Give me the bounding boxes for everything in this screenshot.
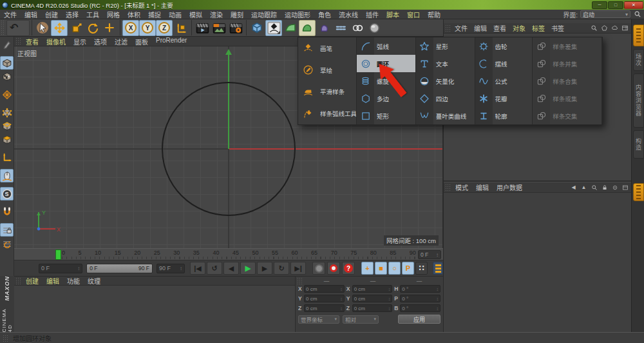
move-tool[interactable] <box>51 20 68 36</box>
timeline-scrollbar[interactable]: 0 F 90 F <box>86 264 153 273</box>
menu-item-7[interactable]: 捕捉 <box>144 10 165 19</box>
end-frame-field[interactable]: 90 F ↕ <box>156 264 185 273</box>
spline-item-轮廓[interactable]: 轮廓 <box>475 107 533 124</box>
key-position-button[interactable]: + <box>361 262 374 275</box>
menu-item-2[interactable]: 创建 <box>41 10 62 19</box>
spline-item-星形[interactable]: 星形 <box>416 37 475 55</box>
spline-item-花瓣[interactable]: 花瓣 <box>475 90 533 107</box>
object-menu-3[interactable]: 对象 <box>509 23 529 33</box>
live-selection-tool[interactable] <box>34 20 51 36</box>
viewport-menu-4[interactable]: 过滤 <box>111 37 131 46</box>
spline-item-四边[interactable]: 四边 <box>416 90 475 107</box>
maximize-button[interactable]: □ <box>608 1 623 9</box>
menu-item-16[interactable]: 插件 <box>362 10 383 19</box>
spinner-icon[interactable]: ↕ <box>180 266 182 271</box>
attribute-menu-2[interactable]: 用户数据 <box>493 182 526 192</box>
search-icon[interactable] <box>590 24 598 32</box>
edges-mode-button[interactable] <box>0 119 14 133</box>
object-menu-5[interactable]: 书签 <box>548 23 567 33</box>
primitive-cube-button[interactable] <box>249 20 265 36</box>
view-label[interactable]: 正视图 <box>17 48 37 58</box>
spline-item-文本[interactable]: 文本 <box>416 55 475 72</box>
spline-item-矩形[interactable]: 矩形 <box>357 107 415 124</box>
key-rotation-button[interactable]: ○ <box>388 262 401 275</box>
material-menu-0[interactable]: 创建 <box>22 276 43 286</box>
next-frame-button[interactable]: ▶ <box>257 262 272 275</box>
undo-button[interactable]: ↶ <box>6 20 30 36</box>
play-backward-button[interactable]: ↺ <box>207 262 222 275</box>
menu-item-17[interactable]: 脚本 <box>383 10 403 19</box>
current-frame-field[interactable]: 0 F ↕ <box>39 264 82 273</box>
render-view-button[interactable] <box>194 20 211 36</box>
lock-y-button[interactable]: Y <box>139 20 156 36</box>
model-mode-button[interactable] <box>0 56 14 70</box>
autokey-button[interactable] <box>327 262 340 275</box>
filter-icon[interactable] <box>611 24 619 32</box>
play-button[interactable]: ▶ <box>240 262 256 275</box>
coordinate-field[interactable]: 0 cm↕ <box>304 304 345 312</box>
texture-mode-button[interactable] <box>0 70 14 83</box>
menu-item-9[interactable]: 模拟 <box>185 10 206 19</box>
apply-button[interactable]: 应用 <box>398 315 440 324</box>
toolbar-grip[interactable] <box>1 20 5 35</box>
side-tab-2[interactable]: 构造 <box>633 130 644 159</box>
coordinate-field[interactable]: 0 cm↕ <box>352 295 393 302</box>
spinner-icon[interactable]: ↕ <box>77 266 80 271</box>
polygons-mode-button[interactable] <box>0 133 14 146</box>
spline-item-蔓叶类曲线[interactable]: 蔓叶类曲线 <box>416 107 475 124</box>
object-menu-2[interactable]: 查看 <box>490 23 509 33</box>
material-menu-2[interactable]: 功能 <box>63 276 84 286</box>
menu-item-5[interactable]: 网格 <box>103 10 124 19</box>
menu-item-18[interactable]: 窗口 <box>403 10 424 19</box>
target-icon[interactable] <box>611 183 619 191</box>
convert-tool-button[interactable] <box>0 38 14 52</box>
spline-item-齿轮[interactable]: 齿轮 <box>475 37 533 55</box>
last-used-tool[interactable] <box>101 20 118 36</box>
viewport-menu-3[interactable]: 选项 <box>90 37 111 46</box>
menu-item-13[interactable]: 运动图形 <box>281 10 314 19</box>
snap-button[interactable]: S <box>0 187 14 201</box>
rotate-workplane-button[interactable] <box>0 237 14 250</box>
coordinate-field[interactable]: 0 °↕ <box>400 304 440 312</box>
search-icon[interactable] <box>590 183 598 191</box>
rotate-tool[interactable] <box>84 20 101 36</box>
history-back-icon[interactable]: ◀ <box>569 183 578 191</box>
close-button[interactable]: ✕ <box>624 1 643 9</box>
key-scale-button[interactable]: ■ <box>375 262 387 275</box>
keyframe-stack-button[interactable] <box>433 262 443 275</box>
menu-item-11[interactable]: 雕刻 <box>227 10 247 19</box>
scale-tool[interactable] <box>68 20 84 36</box>
coordinate-field[interactable]: 0 °↕ <box>400 295 440 302</box>
object-menu-4[interactable]: 标签 <box>529 23 548 33</box>
lock-icon[interactable] <box>600 183 609 191</box>
goto-start-button[interactable]: |◀ <box>190 262 205 275</box>
generator-button[interactable] <box>282 20 299 36</box>
menu-item-19[interactable]: 帮助 <box>424 10 444 19</box>
points-mode-button[interactable] <box>0 106 14 119</box>
side-tab-1[interactable]: 内容浏览器 <box>633 74 644 128</box>
menu-item-1[interactable]: 编辑 <box>21 10 41 19</box>
render-settings-button[interactable] <box>227 20 244 36</box>
coordinate-field[interactable]: 0 cm↕ <box>352 304 393 312</box>
side-tab-0[interactable]: 场次 <box>633 49 644 71</box>
material-menu-grip[interactable] <box>15 277 21 285</box>
play-forward-button[interactable]: ↻ <box>274 262 289 275</box>
frame-field[interactable]: 0 F ↕ <box>418 250 441 259</box>
viewport-menu-grip[interactable] <box>15 37 21 45</box>
menu-item-3[interactable]: 选择 <box>62 10 82 19</box>
coordinate-field[interactable]: 0 °↕ <box>400 285 440 293</box>
material-menu-3[interactable]: 纹理 <box>84 276 104 286</box>
spline-tool-3[interactable]: 样条弧线工具 <box>298 103 356 124</box>
spinner-icon[interactable]: ↕ <box>436 252 439 258</box>
viewport-menu-6[interactable]: ProRender <box>152 37 191 46</box>
symmetry-button[interactable] <box>349 20 366 36</box>
record-key-button[interactable] <box>312 262 325 275</box>
spline-tool-0[interactable]: 画笔 <box>298 37 356 59</box>
object-menu-1[interactable]: 编辑 <box>471 23 490 33</box>
menu-item-4[interactable]: 工具 <box>82 10 103 19</box>
coordinates-grip[interactable] <box>297 277 302 285</box>
coordinate-system-button[interactable] <box>173 20 189 36</box>
attribute-menu-1[interactable]: 编辑 <box>472 182 493 192</box>
spline-item-矢量化[interactable]: 矢量化 <box>416 72 475 90</box>
minimize-button[interactable]: ─ <box>592 1 607 9</box>
